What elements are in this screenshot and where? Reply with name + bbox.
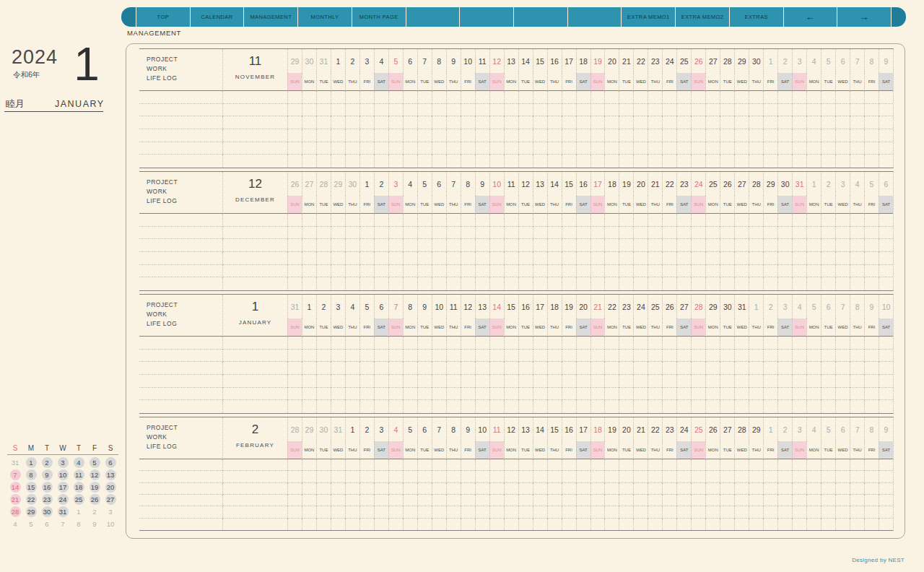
day-name-cell: WED — [835, 196, 850, 214]
writing-cell — [705, 483, 720, 495]
writing-cell — [749, 519, 763, 530]
mini-cal-day[interactable]: 30 — [39, 506, 55, 518]
mini-cal-day-number: 21 — [10, 494, 21, 505]
writing-cell — [316, 483, 331, 495]
writing-cell — [345, 227, 359, 240]
writing-cell — [316, 129, 331, 142]
mini-cal-day[interactable]: 17 — [55, 481, 71, 493]
nav-tab-extra-memo2[interactable]: EXTRA MEMO2 — [676, 7, 729, 27]
day-name-cell: MON — [806, 441, 821, 459]
day-name-cell: SUN — [489, 196, 504, 214]
nav-tab-top[interactable]: TOP — [136, 7, 190, 27]
day-name-cell: TUE — [619, 318, 633, 337]
mini-cal-day[interactable]: 9 — [39, 469, 55, 481]
mini-cal-day[interactable]: 2 — [39, 456, 55, 469]
nav-tab-extras[interactable]: EXTRAS — [730, 7, 783, 27]
mini-cal-day[interactable]: 26 — [87, 493, 103, 506]
day-name-cell: WED — [734, 318, 749, 337]
mini-cal-day[interactable]: 13 — [103, 469, 118, 481]
writing-cell — [139, 129, 222, 142]
writing-cell — [562, 350, 576, 363]
mini-cal-day[interactable]: 7 — [7, 469, 23, 481]
day-number-cell: 2 — [345, 49, 359, 73]
writing-cell — [720, 400, 734, 413]
writing-cell — [749, 142, 763, 155]
writing-cell — [489, 400, 504, 413]
month-number: 12 — [223, 177, 287, 191]
writing-cell — [821, 116, 835, 129]
nav-tab-month-page[interactable]: MONTH PAGE — [352, 7, 406, 27]
mini-cal-day[interactable]: 3 — [55, 456, 71, 469]
writing-cell — [316, 91, 331, 104]
day-number-cell: 10 — [461, 49, 475, 73]
mini-cal-day[interactable]: 12 — [87, 469, 103, 481]
writing-cell — [864, 362, 879, 375]
writing-cell — [331, 104, 345, 117]
mini-cal-day[interactable]: 5 — [87, 456, 103, 469]
mini-cal-day[interactable]: 27 — [103, 493, 118, 506]
writing-cell — [302, 104, 316, 117]
mini-cal-day[interactable]: 11 — [71, 469, 87, 481]
day-number-cell: 12 — [504, 417, 518, 441]
writing-cell — [619, 91, 633, 104]
writing-cell — [763, 362, 777, 375]
mini-cal-day[interactable]: 16 — [39, 481, 55, 493]
day-number-cell: 10 — [879, 295, 893, 318]
writing-cell — [359, 116, 374, 129]
nav-tab-calendar[interactable]: CALENDAR — [191, 7, 244, 27]
mini-cal-day[interactable]: 22 — [23, 493, 39, 506]
writing-cell — [562, 277, 576, 290]
writing-cell — [777, 459, 792, 471]
day-name-cell: THU — [446, 441, 461, 459]
nav-tab-next[interactable]: → — [837, 7, 891, 27]
writing-cell — [331, 227, 345, 240]
mini-cal-day[interactable]: 6 — [103, 456, 118, 469]
writing-cell — [705, 350, 720, 363]
day-number-cell: 15 — [547, 417, 562, 441]
mini-cal-day[interactable]: 31 — [55, 506, 71, 518]
writing-cell — [403, 519, 417, 530]
writing-cell — [850, 362, 864, 375]
mini-cal-weekday-header: M — [23, 444, 39, 452]
day-number-cell: 26 — [287, 172, 302, 196]
mini-cal-day[interactable]: 1 — [23, 456, 39, 469]
writing-cell — [691, 350, 705, 363]
mini-cal-day[interactable]: 24 — [55, 493, 71, 506]
nav-tab-monthly[interactable]: MONTHLY — [298, 7, 352, 27]
writing-cell — [806, 495, 821, 506]
mini-cal-day[interactable]: 4 — [71, 456, 87, 469]
writing-cell — [547, 239, 562, 252]
writing-cell — [432, 483, 446, 495]
writing-cell — [662, 129, 676, 142]
writing-cell — [749, 277, 763, 290]
writing-cell — [676, 471, 691, 482]
writing-cell — [302, 483, 316, 495]
writing-cell — [403, 471, 417, 482]
nav-tab-management[interactable]: MANAGEMENT — [244, 7, 297, 27]
mini-cal-day[interactable]: 23 — [39, 493, 55, 506]
day-name-cell: FRI — [864, 441, 879, 459]
mini-cal-day[interactable]: 10 — [55, 469, 71, 481]
writing-cell — [850, 214, 864, 227]
mini-cal-day[interactable]: 15 — [23, 481, 39, 493]
mini-cal-day[interactable]: 25 — [71, 493, 87, 506]
nav-tab-extra-memo1[interactable]: EXTRA MEMO1 — [622, 7, 675, 27]
mini-cal-day[interactable]: 28 — [7, 506, 23, 518]
writing-cell — [461, 400, 475, 413]
day-number-cell: 4 — [403, 172, 417, 196]
nav-tab-prev[interactable]: ← — [784, 7, 837, 27]
mini-cal-day[interactable]: 19 — [87, 481, 103, 493]
mini-cal-day[interactable]: 29 — [23, 506, 39, 518]
mini-cal-day[interactable]: 14 — [7, 481, 23, 493]
mini-cal-day[interactable]: 21 — [7, 493, 23, 506]
writing-cell — [879, 129, 893, 142]
mini-cal-day[interactable]: 8 — [23, 469, 39, 481]
writing-cell — [461, 116, 475, 129]
writing-cell — [763, 239, 777, 252]
mini-cal-day[interactable]: 20 — [103, 481, 118, 493]
writing-cell — [879, 265, 893, 278]
writing-cell — [676, 91, 691, 104]
mini-cal-day[interactable]: 18 — [71, 481, 87, 493]
writing-cell — [359, 459, 374, 471]
day-name-cell: FRI — [864, 196, 879, 214]
